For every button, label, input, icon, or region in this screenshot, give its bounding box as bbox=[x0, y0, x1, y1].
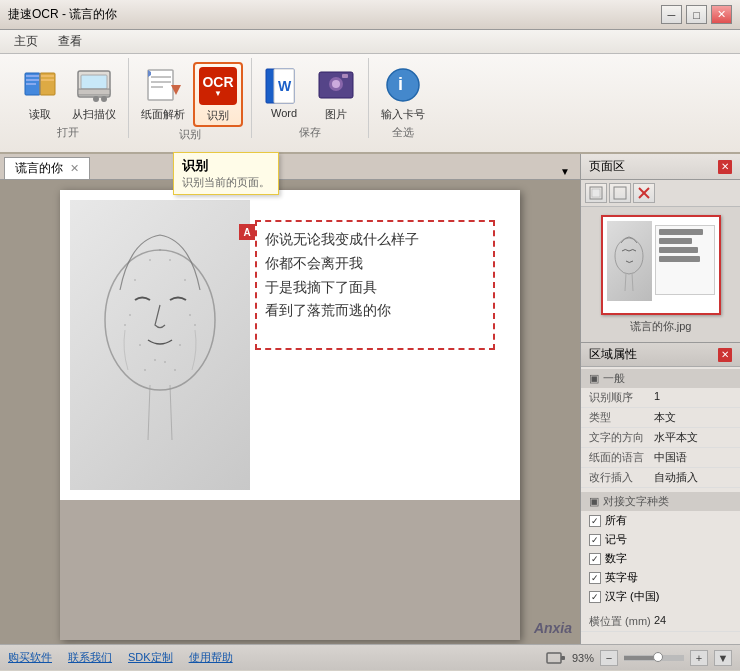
prop-label-type: 类型 bbox=[589, 410, 654, 425]
btn-read[interactable]: 读取 bbox=[16, 62, 64, 125]
section-general-title: 一般 bbox=[603, 371, 625, 386]
svg-point-28 bbox=[105, 250, 215, 390]
svg-point-39 bbox=[144, 369, 146, 371]
btn-photo[interactable]: 图片 bbox=[312, 62, 360, 125]
btn-card[interactable]: i 输入卡号 bbox=[377, 62, 429, 125]
btn-ocr-label: 识别 bbox=[207, 108, 229, 123]
right-panel-close[interactable]: ✕ bbox=[718, 160, 732, 174]
prop-value-direction: 水平本文 bbox=[654, 430, 698, 445]
collapse-icon-2: ▣ bbox=[589, 495, 599, 508]
zoom-dropdown[interactable]: ▼ bbox=[714, 650, 732, 666]
prop-row-type: 类型 本文 bbox=[581, 408, 740, 428]
menu-bar: 主页 查看 bbox=[0, 30, 740, 54]
btn-parse[interactable]: 纸面解析 bbox=[137, 62, 189, 125]
prop-label-order: 识别顺序 bbox=[589, 390, 654, 405]
tab-dropdown[interactable]: ▼ bbox=[554, 164, 576, 179]
svg-point-12 bbox=[93, 96, 99, 102]
prop-checkbox-symbols: ✓ 记号 bbox=[581, 530, 740, 549]
btn-scan-label: 从扫描仪 bbox=[72, 107, 116, 122]
ocr-text-box[interactable]: A 你说无论我变成什么样子 你都不会离开我 于是我摘下了面具 看到了落荒而逃的你 bbox=[255, 220, 495, 350]
title-bar: 捷速OCR - 谎言的你 ─ □ ✕ bbox=[0, 0, 740, 30]
properties-close[interactable]: ✕ bbox=[718, 348, 732, 362]
prop-row-direction: 文字的方向 水平本文 bbox=[581, 428, 740, 448]
btn-ocr[interactable]: OCR ▼ 识别 bbox=[193, 62, 243, 127]
zoom-in-btn[interactable]: + bbox=[690, 650, 708, 666]
right-panel-toolbar bbox=[581, 180, 740, 207]
checkbox-chinese[interactable]: ✓ bbox=[589, 591, 601, 603]
prop-row-language: 纸面的语言 中国语 bbox=[581, 448, 740, 468]
prop-section-chartypes-header[interactable]: ▣ 对接文字种类 bbox=[581, 492, 740, 511]
text-line-1: 你说无论我变成什么样子 bbox=[265, 228, 485, 252]
checkbox-all[interactable]: ✓ bbox=[589, 515, 601, 527]
svg-rect-10 bbox=[78, 89, 110, 95]
panel-tool-fit[interactable] bbox=[609, 183, 631, 203]
status-help[interactable]: 使用帮助 bbox=[189, 650, 233, 665]
svg-point-41 bbox=[134, 279, 136, 281]
ribbon-group-recognize-label: 识别 bbox=[179, 127, 201, 144]
checkbox-numbers[interactable]: ✓ bbox=[589, 553, 601, 565]
svg-point-45 bbox=[169, 259, 171, 261]
prop-row-position: 横位置 (mm) 24 bbox=[581, 612, 740, 632]
prop-section-general-header[interactable]: ▣ 一般 bbox=[581, 369, 740, 388]
doc-canvas[interactable]: A 你说无论我变成什么样子 你都不会离开我 于是我摘下了面具 看到了落荒而逃的你… bbox=[0, 180, 580, 644]
btn-read-label: 读取 bbox=[29, 107, 51, 122]
btn-word-label: Word bbox=[271, 107, 297, 119]
prop-label-insert: 改行插入 bbox=[589, 470, 654, 485]
svg-line-29 bbox=[148, 385, 150, 440]
close-button[interactable]: ✕ bbox=[711, 5, 732, 24]
tab-main-label: 谎言的你 bbox=[15, 160, 63, 177]
svg-rect-54 bbox=[547, 653, 561, 663]
status-sdk[interactable]: SDK定制 bbox=[128, 650, 173, 665]
ribbon: 读取 从扫描仪 打开 bbox=[0, 54, 740, 154]
btn-scan[interactable]: 从扫描仪 bbox=[68, 62, 120, 125]
ribbon-group-open: 读取 从扫描仪 打开 bbox=[8, 58, 129, 138]
checkbox-symbols[interactable]: ✓ bbox=[589, 534, 601, 546]
page-gray-area bbox=[60, 500, 520, 640]
maximize-button[interactable]: □ bbox=[686, 5, 707, 24]
btn-word[interactable]: W Word bbox=[260, 62, 308, 122]
tab-close-icon[interactable]: ✕ bbox=[70, 162, 79, 175]
svg-point-36 bbox=[179, 344, 181, 346]
status-right: 93% − + ▼ bbox=[546, 650, 732, 666]
zoom-out-btn[interactable]: − bbox=[600, 650, 618, 666]
thumb-label: 谎言的你.jpg bbox=[630, 319, 692, 334]
status-buy[interactable]: 购买软件 bbox=[8, 650, 52, 665]
panel-tool-prev[interactable] bbox=[585, 183, 607, 203]
app-title: 捷速OCR - 谎言的你 bbox=[8, 6, 117, 23]
svg-text:W: W bbox=[278, 78, 292, 94]
svg-rect-47 bbox=[592, 189, 600, 197]
svg-text:i: i bbox=[398, 74, 403, 94]
section-chartypes-title: 对接文字种类 bbox=[603, 494, 669, 509]
checkbox-alpha[interactable]: ✓ bbox=[589, 572, 601, 584]
svg-rect-4 bbox=[26, 79, 39, 81]
page-thumbnail[interactable] bbox=[601, 215, 721, 315]
menu-home[interactable]: 主页 bbox=[4, 30, 48, 53]
checkbox-numbers-label: 数字 bbox=[605, 551, 627, 566]
menu-view[interactable]: 查看 bbox=[48, 30, 92, 53]
checkbox-chinese-label: 汉字 (中国) bbox=[605, 589, 659, 604]
tab-main[interactable]: 谎言的你 ✕ bbox=[4, 157, 90, 179]
watermark: Anxia bbox=[534, 620, 572, 636]
btn-card-label: 输入卡号 bbox=[381, 107, 425, 122]
minimize-button[interactable]: ─ bbox=[661, 5, 682, 24]
svg-rect-5 bbox=[26, 83, 36, 85]
svg-rect-6 bbox=[41, 75, 54, 77]
svg-point-33 bbox=[189, 314, 191, 316]
text-line-4: 看到了落荒而逃的你 bbox=[265, 299, 485, 323]
prop-row-insert: 改行插入 自动插入 bbox=[581, 468, 740, 488]
zoom-slider[interactable] bbox=[624, 655, 684, 661]
face-sketch bbox=[70, 200, 250, 490]
collapse-icon: ▣ bbox=[589, 372, 599, 385]
ribbon-items-recognize: 纸面解析 OCR ▼ 识别 识别 bbox=[137, 58, 243, 127]
prop-value-position: 24 bbox=[654, 614, 666, 629]
status-contact[interactable]: 联系我们 bbox=[68, 650, 112, 665]
tooltip-title: 识别 bbox=[182, 157, 270, 175]
properties-panel: 区域属性 ✕ ▣ 一般 识别顺序 1 类型 本文 文字的方向 bbox=[581, 342, 740, 644]
panel-tool-delete[interactable] bbox=[633, 183, 655, 203]
ribbon-group-open-label: 打开 bbox=[57, 125, 79, 142]
ribbon-group-save-label: 保存 bbox=[299, 125, 321, 142]
prop-checkbox-alpha: ✓ 英字母 bbox=[581, 568, 740, 587]
prop-checkbox-numbers: ✓ 数字 bbox=[581, 549, 740, 568]
prop-checkbox-all: ✓ 所有 bbox=[581, 511, 740, 530]
prop-checkbox-chinese: ✓ 汉字 (中国) bbox=[581, 587, 740, 606]
